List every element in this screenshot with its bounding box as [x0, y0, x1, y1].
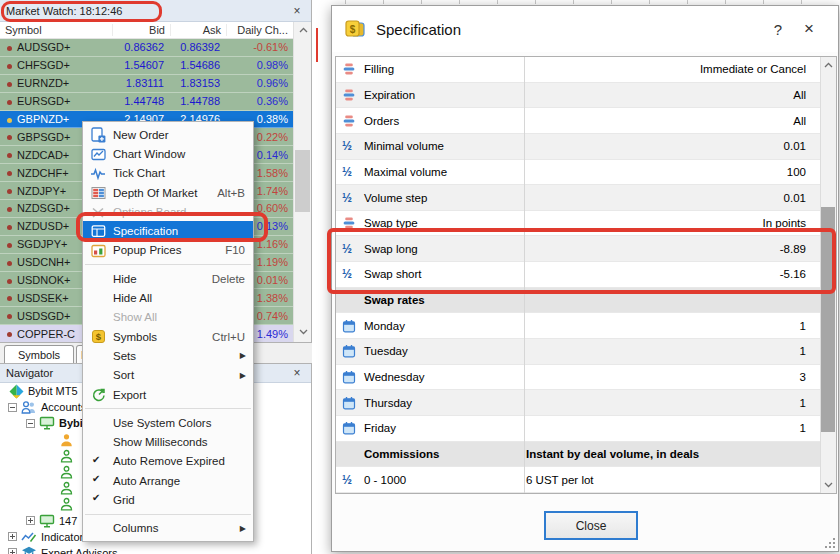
- spec-row-tuesday: Tuesday1: [336, 339, 836, 365]
- column-header-daily-change[interactable]: Daily Ch...: [226, 24, 293, 36]
- close-button[interactable]: Close: [544, 511, 638, 540]
- spec-label: Swap long: [364, 243, 514, 255]
- menu-item-label: Show Milliseconds: [113, 436, 245, 448]
- popup-prices-icon: [90, 243, 106, 259]
- submenu-arrow-icon: ▶: [240, 351, 246, 360]
- collapse-icon[interactable]: [26, 419, 35, 428]
- spec-value: 1: [514, 320, 810, 332]
- spec-row-friday: Friday1: [336, 416, 836, 442]
- spec-row-maximal-volume: ½Maximal volume100: [336, 160, 836, 186]
- menu-item-popup-prices[interactable]: Popup PricesF10: [83, 241, 253, 260]
- menu-item-hide[interactable]: HideDelete: [83, 269, 253, 288]
- person-orange-icon: [58, 433, 74, 447]
- spec-value: 0.01: [514, 140, 810, 152]
- section-header-row: Swap rates: [336, 288, 836, 314]
- symbol-cell: EURNZD+: [0, 77, 112, 89]
- spec-label: Expiration: [364, 89, 514, 101]
- tab-symbols[interactable]: Symbols: [4, 345, 74, 364]
- menu-item-specification[interactable]: Specification: [83, 221, 253, 240]
- help-button[interactable]: ?: [764, 21, 792, 38]
- column-header-ask[interactable]: Ask: [170, 24, 226, 36]
- scroll-up-icon[interactable]: [821, 57, 836, 73]
- menu-item-label: Show All: [113, 311, 245, 323]
- half-icon: ½: [342, 243, 364, 255]
- background-toolbar-edge: [331, 0, 839, 4]
- close-icon[interactable]: ×: [792, 19, 826, 39]
- menu-item-label: Symbols: [113, 331, 202, 343]
- new-order-icon: [90, 127, 106, 143]
- menu-item-sets[interactable]: Sets▶: [83, 346, 253, 365]
- close-icon[interactable]: ×: [289, 366, 305, 380]
- table-row[interactable]: EURSGD+1.447481.447880.36%: [0, 93, 293, 111]
- spec-row-swap-short: ½Swap short-5.16: [336, 262, 836, 288]
- menu-item-columns[interactable]: Columns▶: [83, 519, 253, 538]
- levels-icon: [342, 62, 364, 76]
- menu-item-symbols[interactable]: $SymbolsCtrl+U: [83, 327, 253, 346]
- expand-icon[interactable]: [26, 516, 35, 525]
- scroll-down-icon[interactable]: [294, 324, 312, 340]
- tree-item-expert-advisors[interactable]: Expert Advisors: [0, 545, 311, 554]
- menu-item-sort[interactable]: Sort▶: [83, 366, 253, 385]
- half-icon: ½: [342, 192, 364, 204]
- scroll-up-icon[interactable]: [294, 22, 312, 38]
- menu-item-options-board: Options Board: [83, 202, 253, 221]
- levels-icon: [342, 216, 364, 230]
- spec-row-orders: OrdersAll: [336, 108, 836, 134]
- scrollbar-thumb[interactable]: [295, 150, 310, 212]
- menu-item-hide-all[interactable]: Hide All: [83, 288, 253, 307]
- spec-value: In points: [514, 217, 810, 229]
- column-header-bid[interactable]: Bid: [112, 24, 170, 36]
- menu-separator: [85, 514, 251, 515]
- dialog-scrollbar[interactable]: [820, 57, 836, 493]
- menu-item-use-system-colors[interactable]: Use System Colors: [83, 413, 253, 432]
- symbol-status-icon: [7, 261, 12, 266]
- spec-value: 1: [514, 345, 810, 357]
- spec-label: Tuesday: [364, 345, 514, 357]
- spec-label: Wednesday: [364, 371, 514, 383]
- scroll-down-icon[interactable]: [821, 477, 836, 493]
- menu-item-new-order[interactable]: New Order: [83, 125, 253, 144]
- half-icon: ½: [342, 474, 364, 486]
- daily-change-cell: -0.61%: [226, 41, 293, 53]
- bid-cell: 1.44748: [112, 95, 170, 107]
- expand-icon[interactable]: [8, 548, 17, 554]
- resize-grip-icon[interactable]: [825, 538, 835, 548]
- column-header-symbol[interactable]: Symbol: [0, 24, 112, 36]
- close-icon[interactable]: ×: [289, 4, 305, 18]
- tree-item-label: 147: [59, 515, 77, 527]
- collapse-icon[interactable]: [8, 403, 17, 412]
- menu-item-label: Options Board: [113, 206, 245, 218]
- menu-item-tick-chart[interactable]: Tick Chart: [83, 164, 253, 183]
- menu-item-export[interactable]: Export: [83, 385, 253, 404]
- spec-label: Minimal volume: [364, 140, 514, 152]
- table-row[interactable]: CHFSGD+1.546071.546860.98%: [0, 57, 293, 75]
- levels-icon: [342, 88, 364, 102]
- menu-item-show-milliseconds[interactable]: Show Milliseconds: [83, 432, 253, 451]
- spec-label: 0 - 1000: [364, 474, 514, 486]
- menu-item-label: Hide: [113, 273, 202, 285]
- table-row[interactable]: AUDSGD+0.863620.86392-0.61%: [0, 39, 293, 57]
- specification-table: FillingImmediate or CancelExpirationAllO…: [335, 56, 837, 494]
- spec-row-swap-type: Swap typeIn points: [336, 211, 836, 237]
- menu-item-label: New Order: [113, 129, 245, 141]
- menu-item-shortcut: Ctrl+U: [212, 331, 245, 343]
- menu-item-grid[interactable]: ✔Grid: [83, 490, 253, 509]
- scrollbar-thumb[interactable]: [821, 207, 835, 432]
- menu-item-chart-window[interactable]: Chart Window: [83, 144, 253, 163]
- menu-item-auto-remove-expired[interactable]: ✔Auto Remove Expired: [83, 452, 253, 471]
- menu-item-auto-arrange[interactable]: ✔Auto Arrange: [83, 471, 253, 490]
- expand-icon[interactable]: [8, 532, 17, 541]
- bybit-logo-icon: [8, 384, 24, 399]
- svg-text:$: $: [350, 24, 356, 35]
- account-server-icon: [39, 514, 55, 528]
- spec-row-swap-long: ½Swap long-8.89: [336, 236, 836, 262]
- menu-item-depth-of-market[interactable]: Depth Of MarketAlt+B: [83, 183, 253, 202]
- spec-row-monday: Monday1: [336, 313, 836, 339]
- market-watch-titlebar[interactable]: Market Watch: 18:12:46 ×: [0, 0, 311, 22]
- ask-cell: 1.83153: [170, 77, 226, 89]
- specification-icon: [90, 223, 106, 239]
- dialog-titlebar[interactable]: $ Specification ? ×: [332, 6, 838, 52]
- spec-value: 1: [514, 422, 810, 434]
- table-row[interactable]: EURNZD+1.831111.831530.96%: [0, 75, 293, 93]
- spec-value: All: [514, 89, 810, 101]
